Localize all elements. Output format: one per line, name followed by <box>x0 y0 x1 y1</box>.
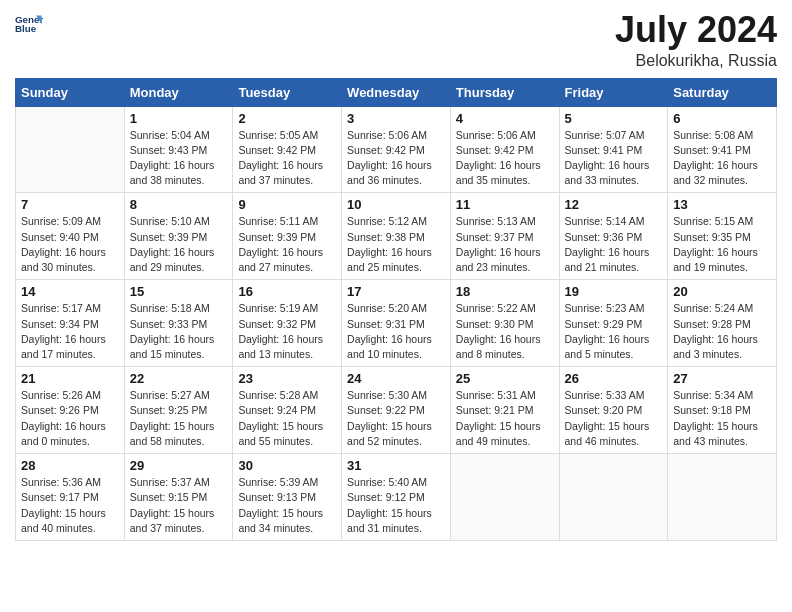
day-info: Sunrise: 5:19 AMSunset: 9:32 PMDaylight:… <box>238 301 336 362</box>
sunset-text: Sunset: 9:42 PM <box>456 143 554 158</box>
calendar-cell: 11Sunrise: 5:13 AMSunset: 9:37 PMDayligh… <box>450 193 559 280</box>
day-number: 12 <box>565 197 663 212</box>
day-info: Sunrise: 5:36 AMSunset: 9:17 PMDaylight:… <box>21 475 119 536</box>
daylight-line2: and 3 minutes. <box>673 347 771 362</box>
daylight-line2: and 30 minutes. <box>21 260 119 275</box>
sunset-text: Sunset: 9:35 PM <box>673 230 771 245</box>
calendar-week-1: 7Sunrise: 5:09 AMSunset: 9:40 PMDaylight… <box>16 193 777 280</box>
day-number: 23 <box>238 371 336 386</box>
calendar-title: July 2024 <box>615 10 777 50</box>
daylight-line2: and 5 minutes. <box>565 347 663 362</box>
day-number: 31 <box>347 458 445 473</box>
daylight-line2: and 8 minutes. <box>456 347 554 362</box>
calendar-cell: 17Sunrise: 5:20 AMSunset: 9:31 PMDayligh… <box>342 280 451 367</box>
sunrise-text: Sunrise: 5:11 AM <box>238 214 336 229</box>
day-number: 6 <box>673 111 771 126</box>
day-info: Sunrise: 5:24 AMSunset: 9:28 PMDaylight:… <box>673 301 771 362</box>
day-number: 25 <box>456 371 554 386</box>
daylight-line1: Daylight: 15 hours <box>347 419 445 434</box>
day-info: Sunrise: 5:18 AMSunset: 9:33 PMDaylight:… <box>130 301 228 362</box>
calendar-cell: 15Sunrise: 5:18 AMSunset: 9:33 PMDayligh… <box>124 280 233 367</box>
daylight-line2: and 15 minutes. <box>130 347 228 362</box>
daylight-line1: Daylight: 16 hours <box>673 158 771 173</box>
daylight-line2: and 25 minutes. <box>347 260 445 275</box>
day-number: 30 <box>238 458 336 473</box>
daylight-line1: Daylight: 16 hours <box>130 245 228 260</box>
day-number: 28 <box>21 458 119 473</box>
sunset-text: Sunset: 9:12 PM <box>347 490 445 505</box>
sunrise-text: Sunrise: 5:12 AM <box>347 214 445 229</box>
day-info: Sunrise: 5:14 AMSunset: 9:36 PMDaylight:… <box>565 214 663 275</box>
sunrise-text: Sunrise: 5:33 AM <box>565 388 663 403</box>
sunrise-text: Sunrise: 5:26 AM <box>21 388 119 403</box>
calendar-cell <box>559 454 668 541</box>
daylight-line1: Daylight: 16 hours <box>565 332 663 347</box>
sunrise-text: Sunrise: 5:30 AM <box>347 388 445 403</box>
sunrise-text: Sunrise: 5:40 AM <box>347 475 445 490</box>
calendar-cell: 14Sunrise: 5:17 AMSunset: 9:34 PMDayligh… <box>16 280 125 367</box>
daylight-line1: Daylight: 16 hours <box>238 332 336 347</box>
daylight-line2: and 36 minutes. <box>347 173 445 188</box>
daylight-line2: and 27 minutes. <box>238 260 336 275</box>
sunset-text: Sunset: 9:25 PM <box>130 403 228 418</box>
weekday-header-row: SundayMondayTuesdayWednesdayThursdayFrid… <box>16 78 777 106</box>
sunrise-text: Sunrise: 5:14 AM <box>565 214 663 229</box>
day-info: Sunrise: 5:12 AMSunset: 9:38 PMDaylight:… <box>347 214 445 275</box>
page-container: General Blue July 2024 Belokurikha, Russ… <box>0 0 792 612</box>
sunrise-text: Sunrise: 5:07 AM <box>565 128 663 143</box>
sunrise-text: Sunrise: 5:06 AM <box>347 128 445 143</box>
daylight-line1: Daylight: 15 hours <box>130 506 228 521</box>
daylight-line1: Daylight: 15 hours <box>673 419 771 434</box>
daylight-line2: and 55 minutes. <box>238 434 336 449</box>
day-info: Sunrise: 5:13 AMSunset: 9:37 PMDaylight:… <box>456 214 554 275</box>
sunset-text: Sunset: 9:41 PM <box>673 143 771 158</box>
calendar-cell: 2Sunrise: 5:05 AMSunset: 9:42 PMDaylight… <box>233 106 342 193</box>
sunrise-text: Sunrise: 5:31 AM <box>456 388 554 403</box>
daylight-line2: and 37 minutes. <box>130 521 228 536</box>
weekday-monday: Monday <box>124 78 233 106</box>
day-info: Sunrise: 5:39 AMSunset: 9:13 PMDaylight:… <box>238 475 336 536</box>
day-number: 8 <box>130 197 228 212</box>
sunset-text: Sunset: 9:38 PM <box>347 230 445 245</box>
title-block: July 2024 Belokurikha, Russia <box>615 10 777 70</box>
day-info: Sunrise: 5:22 AMSunset: 9:30 PMDaylight:… <box>456 301 554 362</box>
daylight-line2: and 34 minutes. <box>238 521 336 536</box>
calendar-cell: 9Sunrise: 5:11 AMSunset: 9:39 PMDaylight… <box>233 193 342 280</box>
day-info: Sunrise: 5:04 AMSunset: 9:43 PMDaylight:… <box>130 128 228 189</box>
calendar-cell: 3Sunrise: 5:06 AMSunset: 9:42 PMDaylight… <box>342 106 451 193</box>
day-info: Sunrise: 5:34 AMSunset: 9:18 PMDaylight:… <box>673 388 771 449</box>
sunrise-text: Sunrise: 5:22 AM <box>456 301 554 316</box>
logo-icon: General Blue <box>15 10 43 38</box>
daylight-line2: and 31 minutes. <box>347 521 445 536</box>
day-number: 18 <box>456 284 554 299</box>
calendar-week-4: 28Sunrise: 5:36 AMSunset: 9:17 PMDayligh… <box>16 454 777 541</box>
sunset-text: Sunset: 9:17 PM <box>21 490 119 505</box>
day-number: 7 <box>21 197 119 212</box>
sunrise-text: Sunrise: 5:08 AM <box>673 128 771 143</box>
sunset-text: Sunset: 9:36 PM <box>565 230 663 245</box>
daylight-line1: Daylight: 16 hours <box>456 158 554 173</box>
calendar-cell <box>450 454 559 541</box>
daylight-line1: Daylight: 16 hours <box>565 245 663 260</box>
daylight-line2: and 17 minutes. <box>21 347 119 362</box>
day-info: Sunrise: 5:30 AMSunset: 9:22 PMDaylight:… <box>347 388 445 449</box>
calendar-cell: 28Sunrise: 5:36 AMSunset: 9:17 PMDayligh… <box>16 454 125 541</box>
daylight-line1: Daylight: 16 hours <box>565 158 663 173</box>
daylight-line1: Daylight: 15 hours <box>21 506 119 521</box>
calendar-cell: 26Sunrise: 5:33 AMSunset: 9:20 PMDayligh… <box>559 367 668 454</box>
daylight-line1: Daylight: 16 hours <box>673 245 771 260</box>
calendar-location: Belokurikha, Russia <box>615 52 777 70</box>
daylight-line1: Daylight: 16 hours <box>130 332 228 347</box>
daylight-line1: Daylight: 16 hours <box>673 332 771 347</box>
sunrise-text: Sunrise: 5:13 AM <box>456 214 554 229</box>
sunset-text: Sunset: 9:34 PM <box>21 317 119 332</box>
daylight-line2: and 58 minutes. <box>130 434 228 449</box>
sunrise-text: Sunrise: 5:23 AM <box>565 301 663 316</box>
day-number: 11 <box>456 197 554 212</box>
day-number: 22 <box>130 371 228 386</box>
calendar-cell: 24Sunrise: 5:30 AMSunset: 9:22 PMDayligh… <box>342 367 451 454</box>
daylight-line2: and 21 minutes. <box>565 260 663 275</box>
calendar-cell: 29Sunrise: 5:37 AMSunset: 9:15 PMDayligh… <box>124 454 233 541</box>
calendar-cell: 31Sunrise: 5:40 AMSunset: 9:12 PMDayligh… <box>342 454 451 541</box>
daylight-line1: Daylight: 16 hours <box>21 332 119 347</box>
